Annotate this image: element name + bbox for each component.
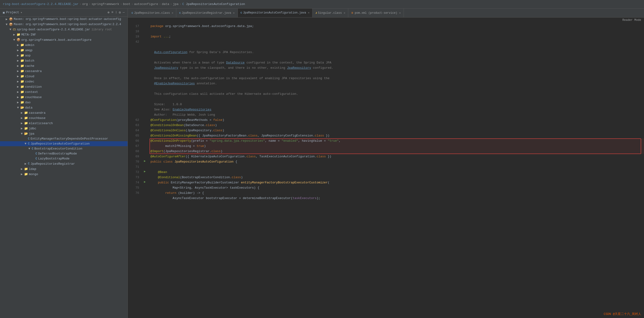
class-c-tab-icon: C (240, 11, 242, 14)
tree-item-codec[interactable]: ▶ 📁 codec (0, 79, 128, 84)
tree-item-cache[interactable]: ▶ 📁 cache (0, 63, 128, 68)
tree-item-maven2[interactable]: ▼ 📦 Maven: org.springframework.boot:spri… (0, 22, 128, 27)
class-c-icon: C (32, 147, 33, 150)
tree-item-cloud[interactable]: ▶ 📁 cloud (0, 74, 128, 79)
tree-item-jar[interactable]: ▼ 🗃 spring-boot-autoconfigure-2.2.4.RELE… (0, 27, 128, 32)
tab-jparepositories-class[interactable]: C JpaRepositories.class ✕ (129, 9, 176, 18)
code-line-62: @Configuration(proxyBeanMethods = false) (150, 117, 644, 123)
tree-item-meta-inf[interactable]: ▶ 📁 META-INF (0, 32, 128, 37)
folder-icon: 📁 (20, 85, 24, 89)
code-line-18 (150, 29, 644, 34)
code-line-64: @ConditionalOnClass(JpaRepository.class) (150, 128, 644, 133)
javadoc-line-11 (150, 97, 644, 102)
breadcrumb-item[interactable]: boot (123, 2, 130, 6)
arrow-icon: ▶ (21, 167, 24, 171)
collapse-all-icon[interactable]: ⫶ (115, 11, 117, 15)
close-icon[interactable]: ✕ (399, 11, 401, 15)
maven-icon: 📦 (9, 17, 13, 21)
code-line-17: package org.springframework.boot.autocon… (150, 24, 644, 29)
folder-icon: 📁 (20, 74, 24, 78)
tree-item-data-jdbc[interactable]: ▶ 📁 jdbc (0, 126, 128, 131)
code-line-71 (150, 165, 644, 170)
sidebar: ▣ Project ▾ ⊕ ≡ ⫶ ⚙ — ▶ 📦 Maven: org.spr… (0, 9, 128, 318)
tab-pom-xml[interactable]: 🗎 pom.xml (product-service) ✕ (348, 9, 404, 18)
arrow-icon: ▶ (21, 111, 24, 115)
tree-item-dao[interactable]: ▶ 📁 dao (0, 100, 128, 105)
tree-item-ldap[interactable]: ▶ 📁 ldap (0, 166, 128, 172)
arrow-icon: ▶ (17, 48, 20, 52)
locate-icon[interactable]: ⊕ (108, 11, 109, 15)
code-line-67: matchIfMissing = true) (150, 143, 644, 149)
close-icon[interactable]: ✕ (344, 11, 346, 15)
close-icon[interactable]: ✕ (308, 11, 310, 14)
tree-item-amqp[interactable]: ▶ 📁 amqp (0, 48, 128, 53)
folder-icon: 📁 (20, 90, 24, 94)
minimize-icon[interactable]: — (123, 11, 125, 15)
close-icon[interactable]: ✕ (172, 11, 174, 15)
arrow-icon: ▶ (24, 162, 28, 166)
code-line-19: import ...; (150, 34, 644, 39)
arrow-icon: ▶ (21, 126, 24, 130)
breadcrumb-item[interactable]: data (162, 2, 169, 6)
tree-item-lazy[interactable]: C LazyBootstrapMode (0, 156, 128, 161)
arrow-icon: ▶ (21, 116, 24, 120)
class-c-tab-icon: C (132, 12, 133, 15)
arrow-icon: ▼ (10, 28, 13, 31)
tree-item-org-package[interactable]: ▼ 📦 org.springframework.boot.autoconfigu… (0, 37, 128, 42)
javadoc-line-12: Since: 1.0.0 (150, 102, 644, 107)
tree-item-jparepoauto[interactable]: ▼ C JpaRepositoriesAutoConfiguration (0, 141, 128, 146)
arrow-icon: ▼ (17, 106, 20, 109)
tree-item-entitymgr[interactable]: C EntityManagerFactoryDependsOnPostProce… (0, 136, 128, 141)
tree-item-maven1[interactable]: ▶ 📦 Maven: org.springframework.boot:spri… (0, 17, 128, 22)
tab-jparepoauto-java[interactable]: C JpaRepositoriesAutoConfiguration.java … (238, 9, 313, 18)
folder-icon: 📁 (24, 111, 28, 115)
tree-item-cassandra[interactable]: ▶ 📁 cassandra (0, 68, 128, 74)
code-line-69: @AutoConfigureAfter({ HibernateJpaAutoCo… (150, 154, 644, 159)
breadcrumb-item[interactable]: ring-boot-autoconfigure-2.2.4.RELEASE.ja… (3, 2, 78, 6)
tree-item-aop[interactable]: ▶ 📁 aop (0, 53, 128, 58)
javadoc-line-14: Author: Phillip Webb, Josh Long (150, 112, 644, 117)
tree-item-admin[interactable]: ▶ 📁 admin (0, 42, 128, 48)
tree-item-jparegistrar[interactable]: ▶ C JpaRepositoriesRegistrar (0, 161, 128, 166)
javadoc-line-13: See Also: EnableJpaRepositories (150, 107, 644, 112)
tree-item-data-elasticsearch[interactable]: ▶ 📁 elasticsearch (0, 121, 128, 126)
class-c-tab-icon: C (179, 12, 181, 15)
tree-item-mongo[interactable]: ▶ 📁 mongo (0, 172, 128, 177)
class-c-icon: C (36, 157, 37, 161)
tree-item-context[interactable]: ▶ 📁 context (0, 89, 128, 95)
javadoc-line-8: @EnableJpaRepositories annotation. (150, 81, 644, 86)
breadcrumb-item[interactable]: autoconfigure (134, 2, 158, 6)
folder-icon: 📁 (20, 43, 24, 47)
settings-icon[interactable]: ⚙ (119, 11, 121, 15)
tree-item-data-couchbase[interactable]: ▶ 📁 couchbase (0, 115, 128, 121)
watermark: CSDN @天星二十六_简村人 (604, 312, 641, 316)
expand-all-icon[interactable]: ≡ (112, 11, 113, 15)
code-line-68: @Import(JpaRepositoriesRegistrar.class) (150, 149, 644, 154)
arrow-icon: ▼ (13, 38, 16, 42)
tree-item-data-cassandra[interactable]: ▶ 📁 cassandra (0, 110, 128, 115)
annotation-tab-icon: J (316, 12, 317, 15)
close-icon[interactable]: ✕ (233, 11, 235, 15)
breadcrumb-item[interactable]: org (82, 2, 88, 6)
tab-jparegistrar-java[interactable]: C JpaRepositoriesRegistrar.java ✕ (176, 9, 238, 18)
code-line-75: Map<String, AsyncTaskExecutor> taskExecu… (150, 185, 644, 191)
breadcrumb-item-active[interactable]: C JpaRepositoriesAutoConfiguration (182, 2, 245, 6)
tab-singular-class[interactable]: J Singular.class ✕ (312, 9, 348, 18)
code-line-42 (150, 39, 644, 45)
tree-item-bootstrapexec[interactable]: ▼ C BootstrapExecutorCondition (0, 146, 128, 151)
tree-item-condition[interactable]: ▶ 📁 condition (0, 84, 128, 89)
reader-mode-button[interactable]: Reader Mode (622, 19, 641, 22)
folder-icon: 📁 (24, 121, 28, 125)
tree-item-couchbase[interactable]: ▶ 📁 couchbase (0, 95, 128, 100)
tree-item-data[interactable]: ▼ 📂 data (0, 105, 128, 110)
tree-item-deferred[interactable]: C DeferredBootstrapMode (0, 151, 128, 156)
javadoc-line-5: JpaRepository type is on the classpath, … (150, 65, 644, 71)
arrow-icon: ▼ (28, 147, 32, 150)
breadcrumb-item[interactable]: springframework (92, 2, 119, 6)
tree-item-data-jpa[interactable]: ▼ 📂 jpa (0, 131, 128, 136)
gutter-icons: ▶ ▶ ▶ (142, 23, 148, 318)
javadoc-line-4: Activates when there is a bean of type D… (150, 60, 644, 65)
tree-item-batch[interactable]: ▶ 📁 batch (0, 58, 128, 63)
editor-content[interactable]: 17 18 19 42 62 63 (128, 23, 644, 318)
breadcrumb-item[interactable]: jpa (173, 2, 178, 6)
